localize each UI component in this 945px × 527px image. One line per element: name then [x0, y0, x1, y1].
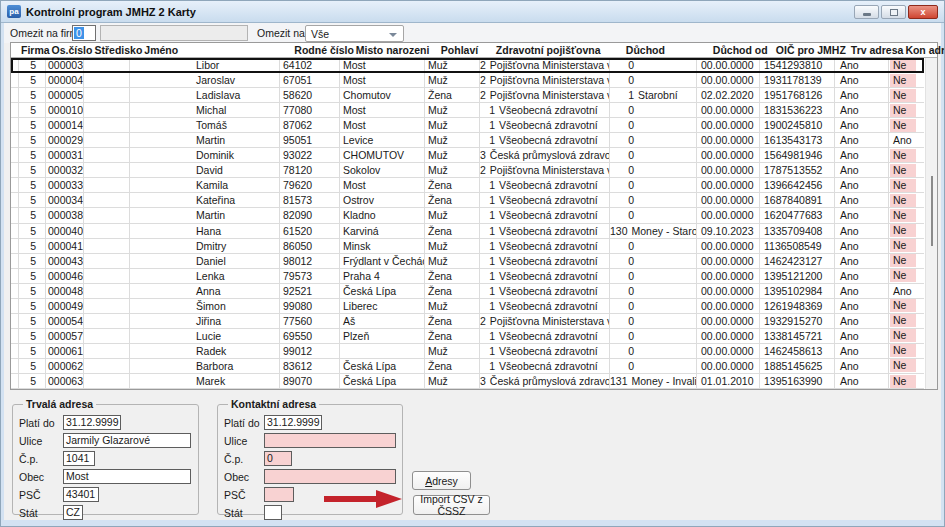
cell-stredisko [84, 88, 130, 102]
row-gutter [11, 344, 19, 358]
cell-oic: 1885145625 [760, 359, 835, 373]
table-row[interactable]: 5000046Lenka79573Praha 4Žena1Všeobecná z… [11, 269, 924, 284]
column-header[interactable]: Středisko [92, 44, 142, 56]
table-row[interactable]: 5000014Tomáš87062MostMuž1Všeobecná zdrav… [11, 118, 924, 133]
cell-misto-narozeni: Praha 4 [340, 269, 425, 283]
table-row[interactable]: 5000040Hana61520KarvináŽena1Všeobecná zd… [11, 224, 924, 239]
cell-firma: 5 [19, 148, 46, 162]
table-row[interactable]: 5000043Daniel98012Frýdlant v ČecháchMuž1… [11, 254, 924, 269]
cell-duchod-od: 00.00.0000 [697, 239, 760, 253]
table-row[interactable]: 5000048Anna92521Česká LípaŽena1Všeobecná… [11, 284, 924, 299]
cell-firma: 5 [19, 284, 46, 298]
cell-duchod: 0 [610, 254, 697, 268]
table-row[interactable]: 5000049Šimon99080LiberecMuž1Všeobecná zd… [11, 299, 924, 314]
cell-rodne-cislo: 98012 [280, 254, 340, 268]
import-csv-button[interactable]: Import CSV z ČSSZ [413, 495, 490, 515]
maximize-button[interactable] [881, 5, 906, 19]
table-row[interactable]: 5000004Jaroslav67051MostMuž2Pojišťovna M… [11, 73, 924, 88]
table-row[interactable]: 5000054Jiřina77560AšŽena2Pojišťovna Mini… [11, 314, 924, 329]
table-row[interactable]: 5000034Kateřina81573OstrovŽena1Všeobecná… [11, 193, 924, 208]
column-header[interactable]: Trv adresa [849, 44, 904, 56]
column-header[interactable]: Jméno [142, 44, 292, 56]
contact-field-input[interactable] [264, 505, 282, 520]
contact-field-input[interactable]: 31.12.9999 [264, 415, 322, 430]
table-row[interactable]: 5000038Martin82090KladnoMuž1Všeobecná zd… [11, 208, 924, 223]
table-scrollbar[interactable] [925, 58, 937, 389]
column-header[interactable]: Pohlaví [439, 44, 494, 56]
table-row[interactable]: 5000033Kamila79620MostŽena1Všeobecná zdr… [11, 178, 924, 193]
column-header[interactable]: Kon adresa [903, 44, 945, 56]
table-row[interactable]: 5000003Libor64102MostMuž2Pojišťovna Mini… [11, 58, 924, 73]
cell-trv-adresa: Ano [835, 359, 889, 373]
cell-misto-narozeni: Most [340, 73, 425, 87]
close-button[interactable]: x [908, 5, 938, 19]
column-header[interactable]: Firma [19, 44, 50, 56]
window-title: Kontrolní program JMHZ 2 Karty [26, 6, 196, 18]
table-row[interactable]: 5000062Barbora83612Česká LípaŽena1Všeobe… [11, 359, 924, 374]
minimize-button[interactable] [854, 5, 879, 19]
contact-field-input[interactable] [264, 469, 396, 484]
table-row[interactable]: 5000061Radek99012Muž1Všeobecná zdravotní… [11, 344, 924, 359]
row-gutter [11, 118, 19, 132]
table-row[interactable]: 5000057Lucie69550PlzeňŽena1Všeobecná zdr… [11, 329, 924, 344]
cell-os-cislo: 000032 [46, 163, 84, 177]
cell-pojistovna: 1Všeobecná zdravotní [480, 239, 610, 253]
column-header[interactable]: OIČ pro JMHZ [774, 44, 849, 56]
permanent-field-input[interactable]: CZ [63, 505, 83, 520]
table-row[interactable]: 5000041Dmitry86050MinskMuž1Všeobecná zdr… [11, 239, 924, 254]
row-gutter [11, 224, 19, 238]
permanent-field-input[interactable]: 43401 [63, 487, 99, 502]
contact-field-input[interactable] [264, 487, 294, 502]
permanent-field-input[interactable]: 31.12.9999 [63, 415, 121, 430]
contact-field-input[interactable] [264, 433, 396, 448]
firm-number-input[interactable]: 0 [72, 25, 96, 41]
cell-trv-adresa: Ano [835, 193, 889, 207]
cell-jmeno: Dmitry [130, 239, 280, 253]
row-gutter [11, 299, 19, 313]
firm-name-input[interactable] [100, 25, 248, 41]
cell-stredisko [84, 299, 130, 313]
cell-pohlavi: Muž [425, 58, 480, 72]
cell-pohlavi: Muž [425, 254, 480, 268]
column-header[interactable]: Misto narozeni [354, 44, 439, 56]
errors-filter-select[interactable]: Vše [305, 25, 404, 42]
cell-pohlavi: Žena [425, 359, 480, 373]
column-header[interactable]: Důchod od [711, 44, 774, 56]
cell-oic: 1831536223 [760, 103, 835, 117]
column-header[interactable]: Zdravotní pojišťovna [494, 44, 624, 56]
scrollbar-thumb[interactable] [931, 176, 933, 246]
table-header[interactable]: FirmaOs.čísloStřediskoJménoRodné čísloMi… [11, 43, 937, 58]
table-row[interactable]: 5000029Martin95051LeviceMuž1Všeobecná zd… [11, 133, 924, 148]
titlebar[interactable]: pa Kontrolní program JMHZ 2 Karty x [1, 1, 944, 23]
permanent-field-input[interactable]: Jarmily Glazarové [63, 433, 191, 448]
kon-adresa-error-badge: Ne [890, 254, 916, 267]
cell-kon-adresa: Ne [889, 118, 919, 132]
app-window: pa Kontrolní program JMHZ 2 Karty x Omez… [0, 0, 945, 527]
table-row[interactable]: 5000010Michal77080MostMuž1Všeobecná zdra… [11, 103, 924, 118]
cell-os-cislo: 000029 [46, 133, 84, 147]
table-row[interactable]: 5000063Marek89070Česká LípaMuž3Česká prů… [11, 374, 924, 389]
cell-oic: 1396642456 [760, 178, 835, 192]
cell-rodne-cislo: 99080 [280, 299, 340, 313]
permanent-field-input[interactable]: Most [63, 469, 191, 484]
cell-rodne-cislo: 64102 [280, 58, 340, 72]
permanent-field-label: Stát [19, 507, 63, 519]
cell-trv-adresa: Ano [835, 344, 889, 358]
kon-adresa-error-badge: Ne [890, 104, 916, 117]
column-header[interactable]: Rodné číslo [292, 44, 354, 56]
permanent-field-label: Č.p. [19, 453, 63, 465]
cell-pojistovna: 2Pojišťovna Ministerstava vnitr [480, 163, 610, 177]
cell-rodne-cislo: 92521 [280, 284, 340, 298]
table-row[interactable]: 5000032David78120SokolovMuž2Pojišťovna M… [11, 163, 924, 178]
column-header[interactable]: Důchod [624, 44, 711, 56]
cell-trv-adresa: Ano [835, 103, 889, 117]
contact-field-input[interactable]: 0 [264, 451, 292, 466]
table-row[interactable]: 5000031Dominik93022CHOMUTOVMuž3Česká prů… [11, 148, 924, 163]
cell-misto-narozeni: Most [340, 103, 425, 117]
adresy-button[interactable]: Adresy [412, 471, 471, 490]
cell-stredisko [84, 163, 130, 177]
column-header[interactable]: Os.číslo [50, 44, 93, 56]
permanent-field-input[interactable]: 1041 [63, 451, 95, 466]
table-row[interactable]: 5000005Ladislava58620ChomutovŽena2Pojišť… [11, 88, 924, 103]
cell-pohlavi: Muž [425, 148, 480, 162]
